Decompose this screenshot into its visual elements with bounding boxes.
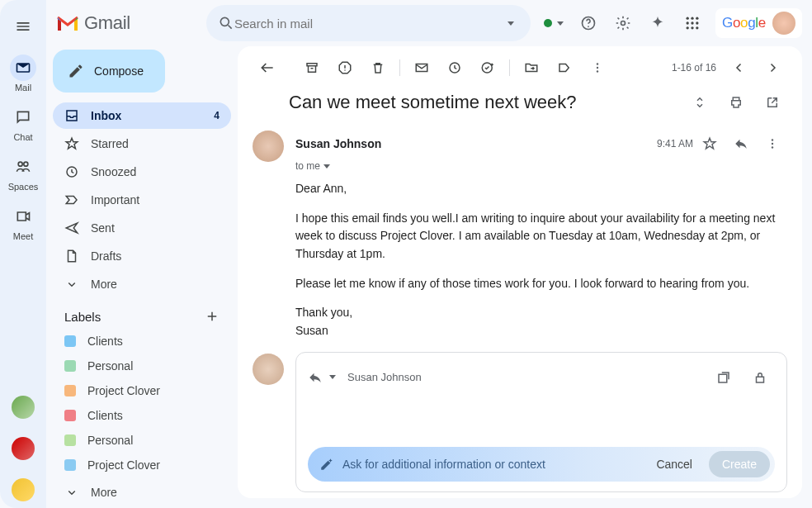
expand-collapse-button[interactable] [685, 88, 715, 117]
pinned-contact-2[interactable] [12, 437, 35, 460]
compose-button[interactable]: Compose [53, 50, 165, 93]
label-color-icon [64, 459, 76, 471]
menu-icon [15, 18, 31, 35]
label-item[interactable]: Project Clover [53, 453, 231, 477]
print-icon [729, 95, 744, 110]
star-button[interactable] [695, 129, 725, 159]
nav-snoozed-label: Snoozed [91, 165, 136, 178]
clock-icon [64, 164, 79, 179]
svg-point-11 [696, 21, 698, 24]
important-icon [64, 192, 79, 207]
snooze-button[interactable] [440, 53, 470, 83]
ai-cancel-button[interactable]: Cancel [648, 451, 701, 477]
nav-important[interactable]: Important [53, 187, 231, 213]
gear-icon [615, 15, 631, 31]
add-label-button[interactable] [205, 309, 220, 324]
label-item[interactable]: Personal [53, 354, 231, 378]
more-actions-button[interactable] [583, 53, 612, 83]
reply-button[interactable] [726, 129, 756, 159]
body-p2: Please let me know if any of those times… [295, 275, 787, 293]
apps-button[interactable] [676, 7, 709, 40]
labels-more[interactable]: More [53, 479, 231, 506]
email-subject: Can we meet sometime next week? [289, 92, 678, 113]
print-button[interactable] [721, 88, 751, 117]
message-more-button[interactable] [758, 129, 787, 159]
pinned-contact-1[interactable] [12, 396, 35, 419]
label-item[interactable]: Clients [53, 403, 231, 428]
ai-prompt-input[interactable] [342, 458, 640, 471]
move-to-button[interactable] [517, 53, 546, 83]
nav-sent[interactable]: Sent [53, 215, 231, 241]
caret-down-icon [557, 21, 564, 26]
labels-button[interactable] [550, 53, 579, 83]
label-item[interactable]: Project Clover [53, 378, 231, 403]
rail-spaces[interactable]: Spaces [0, 154, 46, 192]
reader-pane: 1-16 of 16 Can we meet sometime next wee… [238, 46, 802, 498]
label-item[interactable]: Personal [53, 428, 231, 453]
pencil-icon [68, 63, 84, 79]
archive-button[interactable] [297, 53, 327, 83]
back-button[interactable] [253, 53, 282, 83]
delete-button[interactable] [363, 53, 393, 83]
gemini-button[interactable] [641, 7, 674, 40]
sender-avatar[interactable] [253, 131, 284, 162]
to-line[interactable]: to me [295, 160, 787, 172]
reply-icon [734, 136, 748, 151]
settings-button[interactable] [607, 7, 640, 40]
mark-unread-button[interactable] [407, 53, 437, 83]
nav-starred[interactable]: Starred [53, 131, 231, 157]
brand-name: Gmail [84, 12, 130, 34]
reply-type-dropdown[interactable] [329, 375, 336, 379]
popout-reply-button[interactable] [709, 363, 739, 392]
add-task-button[interactable] [473, 53, 503, 83]
mail-icon [15, 59, 31, 76]
nav-more-label: More [91, 278, 117, 291]
search-bar[interactable] [206, 5, 531, 41]
pinned-contact-3[interactable] [12, 478, 35, 501]
nav-inbox[interactable]: Inbox 4 [53, 102, 231, 129]
mail-icon [414, 60, 429, 75]
search-input[interactable] [234, 17, 496, 31]
prev-button[interactable] [725, 53, 754, 83]
ai-create-button[interactable]: Create [709, 451, 770, 477]
label-color-icon [64, 360, 76, 372]
search-icon [218, 15, 234, 31]
archive-icon [304, 60, 319, 75]
reply-recipient[interactable]: Susan Johnson [347, 371, 422, 383]
rail-chat[interactable]: Chat [0, 104, 46, 142]
rail-chat-label: Chat [13, 132, 32, 142]
page-info: 1-16 of 16 [672, 62, 716, 74]
confidential-button[interactable] [745, 363, 775, 392]
main-menu-button[interactable] [7, 10, 40, 43]
nav-snoozed[interactable]: Snoozed [53, 159, 231, 185]
rail-mail-label: Mail [15, 83, 31, 93]
rail-mail[interactable]: Mail [0, 55, 46, 93]
caret-down-icon [323, 164, 330, 169]
svg-point-26 [772, 146, 773, 148]
spaces-icon [15, 159, 31, 175]
lock-icon [753, 370, 767, 385]
svg-point-17 [344, 69, 346, 71]
support-button[interactable] [572, 7, 605, 40]
svg-point-23 [597, 70, 598, 72]
new-window-button[interactable] [758, 88, 787, 117]
reply-icon[interactable] [308, 370, 323, 385]
brand[interactable]: Gmail [51, 12, 200, 34]
rail-spaces-label: Spaces [8, 182, 39, 192]
sender-name[interactable]: Susan Johnson [295, 137, 381, 150]
next-button[interactable] [758, 53, 787, 83]
spam-button[interactable] [330, 53, 360, 83]
label-icon [557, 60, 572, 75]
account-chip[interactable]: Google [715, 8, 802, 38]
label-item[interactable]: Clients [53, 329, 231, 354]
svg-point-9 [686, 21, 688, 24]
my-avatar[interactable] [253, 354, 284, 385]
star-icon [64, 136, 79, 151]
rail-meet[interactable]: Meet [0, 203, 46, 241]
status-indicator[interactable] [537, 7, 570, 40]
ai-pencil-icon [319, 457, 334, 472]
svg-rect-27 [719, 374, 727, 382]
nav-more[interactable]: More [53, 271, 231, 297]
search-options-button[interactable] [496, 8, 526, 38]
nav-drafts[interactable]: Drafts [53, 243, 231, 269]
